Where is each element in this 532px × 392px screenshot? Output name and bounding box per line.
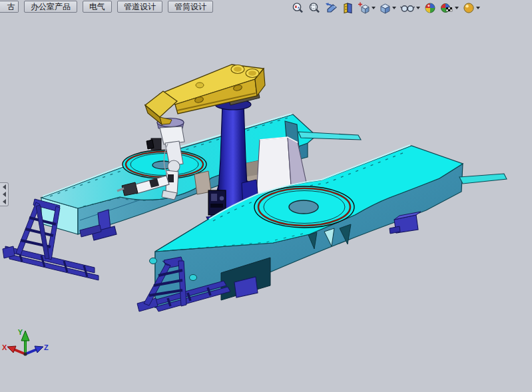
apply-scene-button[interactable] [439, 1, 459, 15]
command-manager-tabs: 古 办公室产品 电气 管道设计 管筒设计 [0, 1, 213, 13]
trunnion-pin [150, 258, 157, 264]
tab-tubing-design[interactable]: 管筒设计 [168, 1, 213, 13]
tab-partial[interactable]: 古 [0, 1, 19, 13]
zoom-to-area-button[interactable] [308, 1, 322, 15]
tab-office-products[interactable]: 办公室产品 [24, 1, 77, 13]
collapse-arrow-icon [3, 184, 6, 190]
tab-electrical[interactable]: 电气 [83, 1, 112, 13]
view-settings-button[interactable] [462, 1, 481, 15]
feature-tree-collapse-handle[interactable] [0, 182, 9, 206]
zoom-to-fit-icon [292, 2, 304, 14]
display-style-icon [380, 2, 391, 14]
application-window: Y X Z 古 办公室产品 电气 管道设计 管筒设计 [0, 0, 532, 392]
apply-scene-icon [440, 2, 453, 14]
collapse-arrow-icon [3, 199, 6, 204]
collapse-arrow-icon [3, 192, 6, 197]
hide-show-items-dropdown-arrow[interactable] [416, 7, 420, 9]
robot-wrist-motor [168, 174, 174, 182]
right-slewing-ring[interactable] [254, 186, 354, 228]
view-orientation-icon [358, 2, 370, 14]
tab-piping-design[interactable]: 管道设计 [117, 1, 162, 13]
view-orientation-dropdown-arrow[interactable] [372, 7, 376, 9]
triad-x-label: X [2, 343, 7, 351]
triad-y-label: Y [18, 328, 23, 336]
edit-appearance-button[interactable] [423, 1, 437, 15]
trunnion-pin [190, 275, 197, 281]
view-settings-dropdown-arrow[interactable] [476, 7, 480, 9]
rotate-view-button[interactable] [324, 1, 339, 15]
rotate-view-icon [325, 2, 338, 14]
view-settings-icon [463, 2, 475, 14]
edit-appearance-icon [424, 2, 436, 14]
viewport-3d[interactable]: Y X Z [0, 0, 532, 392]
checkered-flag [446, 7, 452, 11]
right-ring-bore [289, 200, 318, 214]
section-view-icon [342, 2, 354, 14]
hide-show-items-icon [400, 2, 415, 14]
display-style-dropdown-arrow[interactable] [392, 7, 396, 9]
zoom-to-fit-button[interactable] [291, 1, 305, 15]
hide-show-items-button[interactable] [399, 1, 421, 15]
triad-z-label: Z [44, 343, 49, 351]
zoom-to-area-icon [308, 2, 321, 14]
apply-scene-dropdown-arrow[interactable] [455, 7, 459, 9]
view-orientation-button[interactable] [357, 1, 376, 15]
section-view-button[interactable] [342, 1, 354, 15]
display-style-button[interactable] [379, 1, 397, 15]
heads-up-view-toolbar [291, 1, 481, 15]
